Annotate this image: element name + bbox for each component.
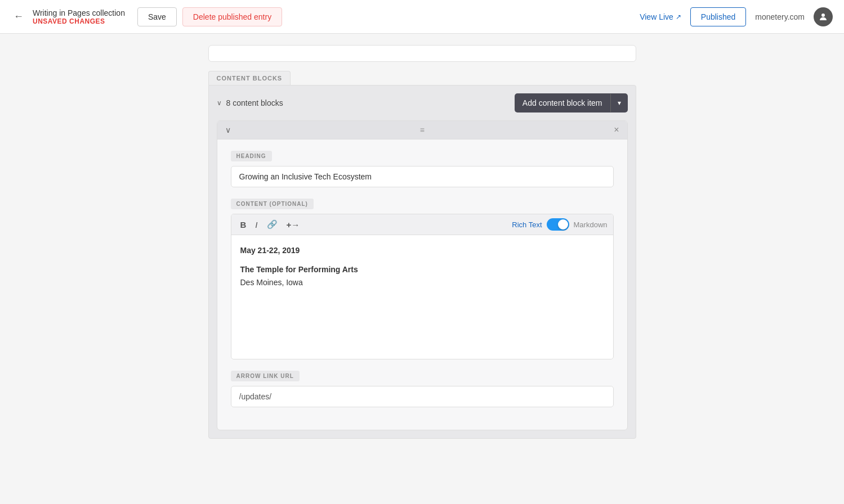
svg-point-0 [821, 14, 825, 17]
navbar-right: View Live ↗ Published monetery.com [640, 7, 833, 26]
back-icon: ← [14, 11, 24, 22]
rich-editor-toolbar: B I 🔗 +→ Rich Text [231, 214, 613, 235]
block-body: HEADING CONTENT (OPTIONAL) B I [217, 140, 627, 430]
top-card-partial [208, 45, 636, 62]
block-collapse-button[interactable]: ∨ [225, 125, 231, 134]
link-button[interactable]: 🔗 [264, 218, 281, 231]
arrow-link-input[interactable] [231, 386, 614, 407]
back-button[interactable]: ← [11, 8, 26, 25]
content-city: Des Moines, Iowa [240, 276, 604, 289]
view-live-label: View Live [640, 12, 673, 21]
person-icon [818, 12, 828, 22]
collapse-icon[interactable]: ∨ [217, 99, 222, 107]
block-card-header: ∨ ≡ × [217, 121, 627, 140]
navbar: ← Writing in Pages collection UNSAVED CH… [0, 0, 844, 34]
toggle-switch[interactable] [547, 218, 569, 231]
add-block-label: Add content block item [515, 93, 610, 112]
content-field-group: CONTENT (OPTIONAL) B I 🔗 +→ [231, 199, 614, 359]
add-content-block-button[interactable]: Add content block item ▾ [515, 93, 628, 112]
heading-input[interactable] [231, 166, 614, 187]
arrow-link-field-group: ARROW LINK URL [231, 371, 614, 407]
content-date: May 21-22, 2019 [240, 244, 604, 256]
block-close-button[interactable]: × [614, 125, 619, 134]
more-button[interactable]: +→ [283, 218, 303, 231]
drag-handle-icon[interactable]: ≡ [420, 125, 425, 134]
rich-text-label: Rich Text [512, 220, 542, 229]
delete-published-button[interactable]: Delete published entry [182, 7, 282, 26]
blocks-count-label: 8 content blocks [226, 98, 283, 107]
navbar-edit-actions: Save Delete published entry [137, 7, 282, 26]
content-venue: The Temple for Performing Arts [240, 263, 604, 276]
bold-button[interactable]: B [237, 218, 250, 231]
italic-button[interactable]: I [252, 218, 261, 231]
rich-text-toggle-group: Rich Text Markdown [512, 218, 607, 231]
collection-title: Writing in Pages collection [33, 8, 125, 17]
add-block-dropdown-icon[interactable]: ▾ [610, 94, 628, 112]
navbar-left: ← Writing in Pages collection UNSAVED CH… [11, 7, 640, 26]
markdown-label: Markdown [574, 220, 608, 229]
avatar[interactable] [814, 7, 833, 26]
main-content: CONTENT BLOCKS ∨ 8 content blocks Add co… [208, 34, 636, 450]
view-live-link[interactable]: View Live ↗ [640, 12, 681, 21]
external-link-icon: ↗ [676, 13, 681, 21]
unsaved-changes-label: UNSAVED CHANGES [33, 17, 125, 25]
published-button[interactable]: Published [690, 7, 747, 26]
content-blocks-section: CONTENT BLOCKS ∨ 8 content blocks Add co… [208, 71, 636, 439]
toggle-slider [547, 218, 569, 231]
block-card: ∨ ≡ × HEADING CONTENT (OPTIONAL) [217, 120, 628, 430]
venue-name: The Temple for Performing Arts [240, 265, 358, 274]
domain-label: monetery.com [755, 12, 805, 21]
content-label: CONTENT (OPTIONAL) [231, 199, 314, 209]
heading-field-group: HEADING [231, 151, 614, 187]
save-button[interactable]: Save [137, 7, 177, 26]
more-icon: +→ [287, 220, 300, 230]
blocks-count: ∨ 8 content blocks [217, 98, 283, 107]
arrow-link-label: ARROW LINK URL [231, 371, 300, 381]
heading-label: HEADING [231, 151, 272, 161]
content-blocks-wrapper: ∨ 8 content blocks Add content block ite… [208, 85, 636, 439]
navbar-title-group: Writing in Pages collection UNSAVED CHAN… [33, 8, 125, 25]
rich-editor: B I 🔗 +→ Rich Text [231, 214, 614, 359]
content-blocks-label: CONTENT BLOCKS [208, 71, 291, 85]
blocks-header: ∨ 8 content blocks Add content block ite… [217, 93, 628, 112]
block-chevron-icon: ∨ [225, 125, 231, 134]
link-icon: 🔗 [267, 219, 278, 229]
rich-editor-body[interactable]: May 21-22, 2019 The Temple for Performin… [231, 235, 613, 359]
